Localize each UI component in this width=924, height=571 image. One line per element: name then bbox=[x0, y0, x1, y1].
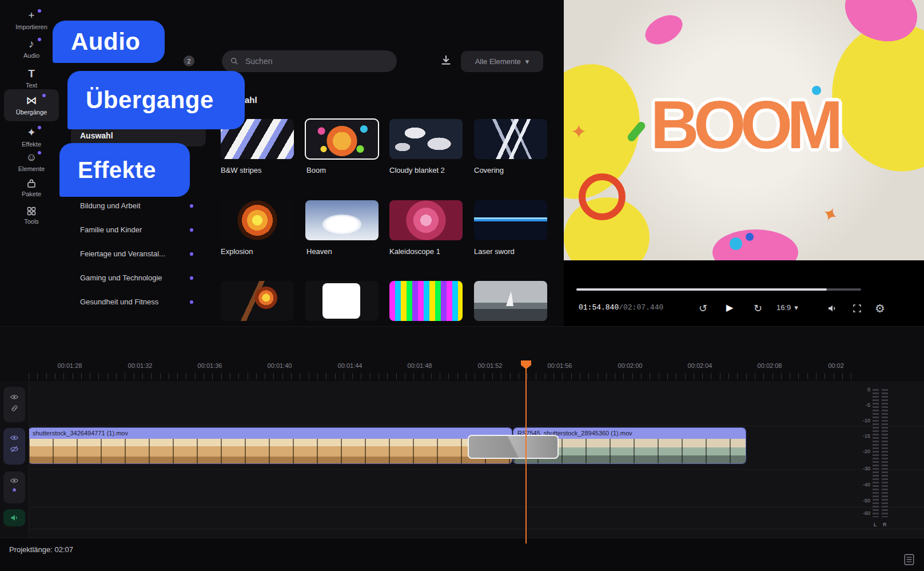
asterisk-icon: * bbox=[3, 486, 25, 498]
track-header-audio[interactable] bbox=[3, 509, 25, 526]
fullscreen-icon bbox=[852, 303, 862, 314]
teal-dot-shape bbox=[746, 233, 754, 241]
panel-lines-icon bbox=[903, 553, 915, 566]
search-input[interactable] bbox=[244, 56, 389, 66]
preview-progress-bar[interactable] bbox=[576, 288, 861, 291]
category-item[interactable]: Bildung und Arbeit bbox=[80, 201, 141, 210]
play-icon: ▶ bbox=[726, 303, 733, 312]
sidebar-item-label: Tools bbox=[0, 218, 63, 225]
rotate-left-icon: ↺ bbox=[699, 303, 707, 314]
effect-thumb-partial[interactable] bbox=[221, 281, 294, 321]
meter-bar-right bbox=[882, 389, 888, 517]
timeline-clip-1[interactable]: shutterstock_3426494771 (1).mov bbox=[29, 428, 512, 463]
effect-thumb-explosion[interactable] bbox=[221, 200, 294, 240]
category-item[interactable]: Feiertage und Veranstal... bbox=[80, 249, 165, 258]
ruler-label: 00:02:00 bbox=[618, 362, 643, 369]
track-header-column: * bbox=[0, 381, 29, 538]
sidebar-item-label: Elemente bbox=[0, 165, 63, 172]
search-bar[interactable] bbox=[222, 50, 397, 72]
timeline-ruler[interactable]: 00:01:28 00:01:32 00:01:36 00:01:40 00:0… bbox=[0, 359, 924, 381]
pink-blob-shape bbox=[640, 9, 687, 50]
sidebar-item-effekte[interactable]: ✦ Effekte bbox=[0, 126, 63, 148]
category-label: Feiertage und Veranstal... bbox=[80, 249, 165, 258]
meter-label: 0 bbox=[857, 387, 870, 392]
settings-button[interactable]: ⚙ bbox=[875, 302, 885, 315]
speaker-icon bbox=[827, 303, 837, 314]
category-item-auswahl[interactable]: Auswahl bbox=[80, 131, 113, 140]
clip-transition-overlay[interactable] bbox=[468, 435, 559, 459]
track-divider bbox=[0, 426, 924, 426]
fullscreen-button[interactable] bbox=[852, 303, 862, 314]
track-divider bbox=[0, 507, 924, 507]
meter-label: -50 bbox=[857, 498, 870, 503]
effect-thumb-partial[interactable] bbox=[474, 281, 547, 321]
effect-thumb-boom[interactable] bbox=[305, 119, 379, 159]
package-icon bbox=[26, 179, 37, 189]
meter-label: -30 bbox=[857, 466, 870, 471]
notification-dot bbox=[190, 300, 193, 304]
category-item[interactable]: Gaming und Technologie bbox=[80, 273, 162, 282]
category-label: Familie und Kinder bbox=[80, 225, 142, 234]
sidebar-item-tools[interactable]: Tools bbox=[0, 206, 63, 225]
filter-dropdown[interactable]: Alle Elemente ▾ bbox=[461, 51, 543, 72]
category-label: Gaming und Technologie bbox=[80, 273, 162, 282]
effect-label: Kaleidoscope 1 bbox=[389, 247, 440, 256]
eye-icon bbox=[10, 476, 19, 485]
sidebar-item-text[interactable]: T Text bbox=[0, 68, 63, 89]
meter-label: -60 bbox=[857, 510, 870, 516]
notification-dot bbox=[38, 9, 41, 13]
audio-level-meters: 0 -5 -10 -15 -20 -30 -40 -50 -60 L R bbox=[855, 387, 923, 531]
ruler-label: 00:01:52 bbox=[478, 362, 503, 369]
aspect-ratio-dropdown[interactable]: 16:9 ▾ bbox=[776, 303, 798, 312]
effect-thumb-partial[interactable] bbox=[305, 281, 379, 321]
smiley-icon: ☺ bbox=[0, 151, 63, 164]
effect-thumb-heaven[interactable] bbox=[305, 200, 379, 240]
plus-icon: + bbox=[0, 9, 63, 22]
sidebar-item-label: Übergänge bbox=[0, 109, 63, 116]
pink-blob-shape bbox=[712, 229, 798, 260]
category-label: Bildung und Arbeit bbox=[80, 201, 141, 210]
grid-icon bbox=[26, 206, 37, 216]
ruler-label: 00:01:40 bbox=[268, 362, 292, 369]
effect-thumb-partial[interactable] bbox=[389, 281, 463, 321]
effect-thumb-cloudy-blanket[interactable] bbox=[389, 119, 463, 159]
text-tool-icon: T bbox=[0, 68, 63, 80]
boom-title-graphic: BOOM bbox=[564, 86, 924, 164]
effect-label: Boom bbox=[306, 166, 326, 175]
timecode-total: /02:07.440 bbox=[619, 303, 663, 312]
forward-button[interactable]: ↻ bbox=[754, 302, 762, 315]
effect-thumb-laser-sword[interactable] bbox=[474, 200, 547, 240]
ruler-ticks bbox=[29, 373, 858, 379]
play-button[interactable]: ▶ bbox=[726, 302, 733, 313]
video-preview[interactable]: ✦ ✦ BOOM bbox=[564, 0, 924, 260]
preview-panel: ✦ ✦ BOOM bbox=[564, 0, 924, 326]
effect-thumb-kaleidoscope[interactable] bbox=[389, 200, 463, 240]
category-item[interactable]: Familie und Kinder bbox=[80, 225, 142, 234]
sidebar-item-uebergaenge[interactable]: ⋈ Übergänge bbox=[0, 94, 63, 116]
track-header-video[interactable] bbox=[3, 428, 25, 465]
ruler-label: 00:01:36 bbox=[198, 362, 222, 369]
volume-button[interactable] bbox=[827, 303, 837, 314]
category-item[interactable]: Gesundheit und Fitness bbox=[80, 298, 158, 306]
timecode-current: 01:54.840 bbox=[579, 303, 619, 312]
gear-icon: ⚙ bbox=[875, 302, 885, 315]
panel-toggle-button[interactable] bbox=[903, 553, 915, 566]
sidebar-item-elemente[interactable]: ☺ Elemente bbox=[0, 151, 63, 172]
track-divider bbox=[0, 529, 924, 529]
notification-dot bbox=[38, 126, 41, 129]
rotate-right-icon: ↻ bbox=[754, 303, 762, 314]
filter-label: Alle Elemente bbox=[475, 57, 521, 66]
track-header-overlay[interactable] bbox=[3, 387, 25, 422]
track-header-effects[interactable]: * bbox=[3, 471, 25, 503]
callout-label: Übergange bbox=[86, 86, 214, 114]
sidebar-item-pakete[interactable]: Pakete bbox=[0, 179, 63, 197]
effect-label: Cloudy blanket 2 bbox=[389, 166, 445, 175]
search-icon bbox=[230, 57, 239, 66]
rewind-button[interactable]: ↺ bbox=[699, 302, 707, 315]
callout-label: Effekte bbox=[78, 157, 156, 183]
effect-thumb-covering[interactable] bbox=[474, 119, 547, 159]
eye-icon bbox=[10, 433, 19, 442]
clip-name: shutterstock_3426494771 (1).mov bbox=[29, 428, 512, 439]
playhead-line[interactable] bbox=[525, 360, 527, 544]
download-button[interactable] bbox=[439, 53, 455, 69]
